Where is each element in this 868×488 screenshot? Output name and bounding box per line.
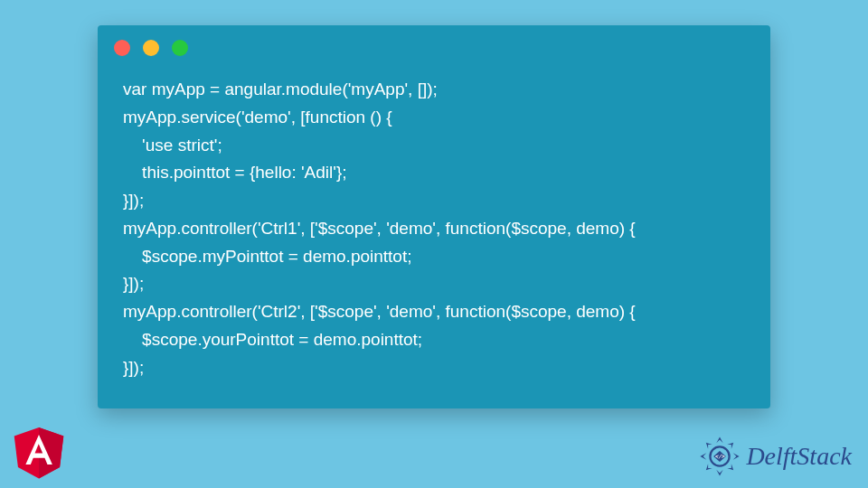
delftstack-brand: </> DelftStack <box>699 436 852 477</box>
maximize-icon <box>172 40 188 56</box>
svg-text:</>: </> <box>715 453 725 459</box>
svg-marker-4 <box>701 453 707 459</box>
svg-marker-1 <box>39 427 63 479</box>
svg-marker-9 <box>728 464 734 470</box>
close-icon <box>114 40 130 56</box>
svg-marker-5 <box>733 453 740 459</box>
angular-logo-icon <box>11 423 67 479</box>
window-controls <box>98 25 770 63</box>
svg-marker-2 <box>717 436 723 443</box>
brand-name: DelftStack <box>746 442 852 471</box>
delftstack-logo-icon: </> <box>699 436 741 477</box>
code-window: var myApp = angular.module('myApp', []);… <box>98 25 770 408</box>
svg-marker-8 <box>706 464 712 470</box>
svg-marker-6 <box>706 443 712 449</box>
code-content: var myApp = angular.module('myApp', []);… <box>98 63 770 396</box>
svg-marker-3 <box>717 470 723 476</box>
svg-marker-7 <box>728 443 734 449</box>
minimize-icon <box>143 40 159 56</box>
